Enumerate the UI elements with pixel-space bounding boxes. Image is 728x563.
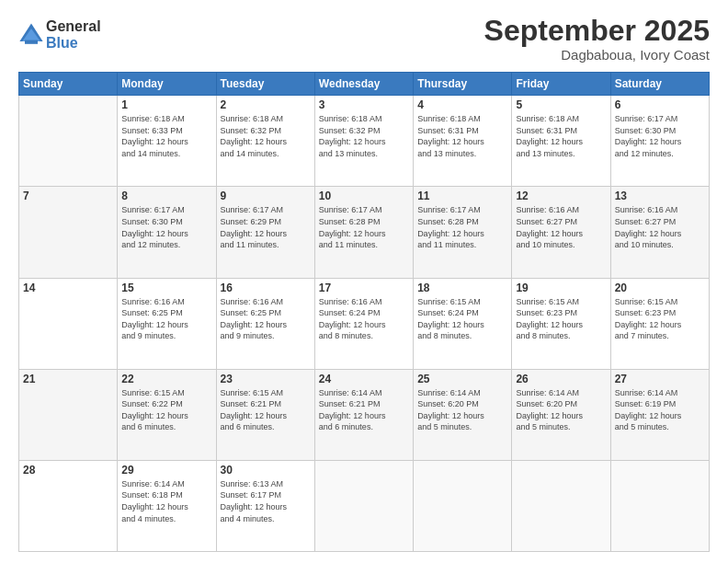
day-number: 6: [615, 98, 705, 111]
day-number: 3: [319, 98, 409, 111]
col-saturday: Saturday: [610, 73, 709, 96]
day-info: Sunrise: 6:13 AM Sunset: 6:17 PM Dayligh…: [221, 478, 311, 524]
day-number: 2: [221, 98, 311, 111]
day-info: Sunrise: 6:18 AM Sunset: 6:32 PM Dayligh…: [319, 113, 409, 159]
table-cell: 20Sunrise: 6:15 AM Sunset: 6:23 PM Dayli…: [610, 278, 709, 369]
calendar-header-row: Sunday Monday Tuesday Wednesday Thursday…: [19, 73, 710, 96]
table-cell: 26Sunrise: 6:14 AM Sunset: 6:20 PM Dayli…: [512, 369, 610, 460]
day-number: 16: [221, 282, 311, 294]
table-cell: 25Sunrise: 6:14 AM Sunset: 6:20 PM Dayli…: [414, 369, 512, 460]
day-number: 7: [23, 190, 113, 202]
table-cell: 29Sunrise: 6:14 AM Sunset: 6:18 PM Dayli…: [118, 460, 216, 551]
calendar-row: 1Sunrise: 6:18 AM Sunset: 6:33 PM Daylig…: [19, 96, 710, 187]
day-info: Sunrise: 6:14 AM Sunset: 6:19 PM Dayligh…: [615, 387, 705, 433]
calendar-row: 1415Sunrise: 6:16 AM Sunset: 6:25 PM Day…: [19, 278, 710, 369]
day-info: Sunrise: 6:16 AM Sunset: 6:27 PM Dayligh…: [615, 204, 705, 250]
table-cell: [512, 460, 610, 551]
table-cell: 8Sunrise: 6:17 AM Sunset: 6:30 PM Daylig…: [118, 187, 216, 278]
calendar-row: 78Sunrise: 6:17 AM Sunset: 6:30 PM Dayli…: [19, 187, 710, 278]
day-info: Sunrise: 6:18 AM Sunset: 6:31 PM Dayligh…: [516, 113, 606, 159]
day-info: Sunrise: 6:15 AM Sunset: 6:23 PM Dayligh…: [516, 296, 606, 342]
day-number: 25: [417, 373, 507, 385]
table-cell: 5Sunrise: 6:18 AM Sunset: 6:31 PM Daylig…: [512, 96, 610, 187]
day-number: 20: [615, 282, 705, 294]
day-number: 19: [516, 282, 606, 294]
day-info: Sunrise: 6:14 AM Sunset: 6:18 PM Dayligh…: [121, 478, 211, 524]
table-cell: 1Sunrise: 6:18 AM Sunset: 6:33 PM Daylig…: [118, 96, 216, 187]
day-number: 9: [221, 190, 311, 202]
calendar-table: Sunday Monday Tuesday Wednesday Thursday…: [18, 72, 710, 552]
day-info: Sunrise: 6:18 AM Sunset: 6:32 PM Dayligh…: [221, 113, 311, 159]
day-number: 28: [23, 464, 113, 477]
table-cell: 13Sunrise: 6:16 AM Sunset: 6:27 PM Dayli…: [610, 187, 709, 278]
table-cell: 28: [19, 460, 118, 551]
day-info: Sunrise: 6:16 AM Sunset: 6:25 PM Dayligh…: [121, 296, 211, 342]
day-number: 4: [417, 98, 507, 111]
day-number: 11: [417, 190, 507, 202]
day-info: Sunrise: 6:16 AM Sunset: 6:24 PM Dayligh…: [319, 296, 409, 342]
col-monday: Monday: [118, 73, 216, 96]
table-cell: 22Sunrise: 6:15 AM Sunset: 6:22 PM Dayli…: [118, 369, 216, 460]
table-cell: 24Sunrise: 6:14 AM Sunset: 6:21 PM Dayli…: [314, 369, 413, 460]
table-cell: 7: [19, 187, 118, 278]
day-info: Sunrise: 6:18 AM Sunset: 6:31 PM Dayligh…: [417, 113, 507, 159]
day-info: Sunrise: 6:17 AM Sunset: 6:30 PM Dayligh…: [121, 204, 211, 250]
table-cell: 11Sunrise: 6:17 AM Sunset: 6:28 PM Dayli…: [414, 187, 512, 278]
day-info: Sunrise: 6:17 AM Sunset: 6:28 PM Dayligh…: [417, 204, 507, 250]
day-number: 18: [417, 282, 507, 294]
table-cell: [19, 96, 118, 187]
logo-general: General: [46, 18, 101, 35]
day-info: Sunrise: 6:17 AM Sunset: 6:30 PM Dayligh…: [615, 113, 705, 159]
table-cell: 27Sunrise: 6:14 AM Sunset: 6:19 PM Dayli…: [610, 369, 709, 460]
table-cell: 17Sunrise: 6:16 AM Sunset: 6:24 PM Dayli…: [314, 278, 413, 369]
day-number: 27: [615, 373, 705, 385]
day-info: Sunrise: 6:14 AM Sunset: 6:20 PM Dayligh…: [417, 387, 507, 433]
day-info: Sunrise: 6:18 AM Sunset: 6:33 PM Dayligh…: [121, 113, 211, 159]
table-cell: 6Sunrise: 6:17 AM Sunset: 6:30 PM Daylig…: [610, 96, 709, 187]
col-wednesday: Wednesday: [314, 73, 413, 96]
location: Dagbaboua, Ivory Coast: [484, 47, 710, 63]
month-title: September 2025: [484, 15, 710, 47]
day-info: Sunrise: 6:15 AM Sunset: 6:21 PM Dayligh…: [221, 387, 311, 433]
day-number: 14: [23, 282, 113, 294]
day-info: Sunrise: 6:17 AM Sunset: 6:28 PM Dayligh…: [319, 204, 409, 250]
table-cell: 14: [19, 278, 118, 369]
day-number: 10: [319, 190, 409, 202]
table-cell: 30Sunrise: 6:13 AM Sunset: 6:17 PM Dayli…: [216, 460, 314, 551]
col-sunday: Sunday: [19, 73, 118, 96]
day-info: Sunrise: 6:16 AM Sunset: 6:27 PM Dayligh…: [516, 204, 606, 250]
day-info: Sunrise: 6:14 AM Sunset: 6:20 PM Dayligh…: [516, 387, 606, 433]
day-number: 26: [516, 373, 606, 385]
table-cell: 4Sunrise: 6:18 AM Sunset: 6:31 PM Daylig…: [414, 96, 512, 187]
table-cell: 18Sunrise: 6:15 AM Sunset: 6:24 PM Dayli…: [414, 278, 512, 369]
table-cell: [414, 460, 512, 551]
calendar-row: 2829Sunrise: 6:14 AM Sunset: 6:18 PM Day…: [19, 460, 710, 551]
table-cell: [610, 460, 709, 551]
table-cell: 10Sunrise: 6:17 AM Sunset: 6:28 PM Dayli…: [314, 187, 413, 278]
day-info: Sunrise: 6:15 AM Sunset: 6:24 PM Dayligh…: [417, 296, 507, 342]
table-cell: 12Sunrise: 6:16 AM Sunset: 6:27 PM Dayli…: [512, 187, 610, 278]
logo-blue: Blue: [46, 35, 101, 52]
title-block: September 2025 Dagbaboua, Ivory Coast: [484, 15, 710, 63]
calendar-row: 2122Sunrise: 6:15 AM Sunset: 6:22 PM Day…: [19, 369, 710, 460]
day-info: Sunrise: 6:15 AM Sunset: 6:23 PM Dayligh…: [615, 296, 705, 342]
table-cell: 23Sunrise: 6:15 AM Sunset: 6:21 PM Dayli…: [216, 369, 314, 460]
day-number: 23: [221, 373, 311, 385]
table-cell: 9Sunrise: 6:17 AM Sunset: 6:29 PM Daylig…: [216, 187, 314, 278]
day-info: Sunrise: 6:16 AM Sunset: 6:25 PM Dayligh…: [221, 296, 311, 342]
table-cell: 15Sunrise: 6:16 AM Sunset: 6:25 PM Dayli…: [118, 278, 216, 369]
col-thursday: Thursday: [414, 73, 512, 96]
table-cell: 16Sunrise: 6:16 AM Sunset: 6:25 PM Dayli…: [216, 278, 314, 369]
day-number: 22: [121, 373, 211, 385]
day-number: 5: [516, 98, 606, 111]
col-tuesday: Tuesday: [216, 73, 314, 96]
day-number: 29: [121, 464, 211, 477]
col-friday: Friday: [512, 73, 610, 96]
table-cell: [314, 460, 413, 551]
day-info: Sunrise: 6:17 AM Sunset: 6:29 PM Dayligh…: [221, 204, 311, 250]
table-cell: 19Sunrise: 6:15 AM Sunset: 6:23 PM Dayli…: [512, 278, 610, 369]
logo-icon: [18, 22, 44, 48]
table-cell: 3Sunrise: 6:18 AM Sunset: 6:32 PM Daylig…: [314, 96, 413, 187]
header: General Blue September 2025 Dagbaboua, I…: [18, 15, 710, 63]
logo-text: General Blue: [46, 18, 101, 51]
